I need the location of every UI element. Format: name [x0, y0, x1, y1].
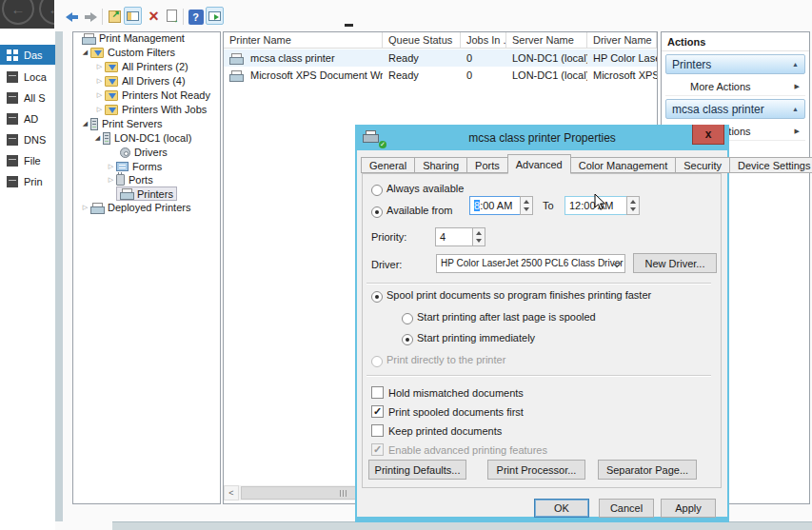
tree-item-deployed-printers[interactable]: Deployed Printers [80, 201, 190, 214]
column-header-queue-status[interactable]: Queue Status [383, 32, 461, 49]
more-actions-printers[interactable]: More Actions [665, 77, 805, 96]
help-button[interactable] [187, 8, 205, 26]
tree-item-lon-dc1[interactable]: LON-DC1 (local) [92, 131, 191, 145]
column-header-printer-name[interactable]: Printer Name [224, 32, 383, 49]
sidebar-item-label: Das [24, 49, 43, 61]
tab-general[interactable]: General [361, 157, 415, 173]
expand-icon[interactable] [94, 106, 105, 113]
printing-defaults-button[interactable]: Printing Defaults... [368, 460, 466, 480]
tab-security[interactable]: Security [675, 157, 730, 173]
spin-up-icon[interactable] [524, 200, 529, 204]
sidebar-item-dashboard[interactable]: Das [0, 45, 55, 65]
spin-up-icon[interactable] [630, 200, 636, 204]
export-list-button[interactable] [163, 7, 181, 25]
sidebar-item-local-server[interactable]: Loca [0, 67, 55, 87]
available-from-label: Available from [386, 205, 453, 216]
available-from-time-input[interactable]: 8:00 AM [469, 196, 521, 215]
toolbar-separator [102, 9, 103, 25]
to-time-spinner[interactable] [626, 196, 640, 215]
up-one-level-button[interactable] [106, 8, 124, 26]
tree-item-printers[interactable]: Printers [116, 186, 177, 201]
delete-button[interactable] [145, 7, 163, 25]
actions-section-printers[interactable]: Printers [665, 54, 805, 74]
collapse-icon[interactable] [80, 49, 90, 56]
actions-section-mcsa-printer[interactable]: mcsa class printer [665, 99, 805, 119]
scroll-left-button[interactable] [224, 485, 239, 501]
tree-item-ports[interactable]: Ports [106, 173, 153, 186]
show-action-pane-button[interactable] [206, 7, 224, 25]
keep-printed-checkbox[interactable] [371, 424, 384, 437]
column-header-server-name[interactable]: Server Name [506, 32, 587, 49]
available-from-radio[interactable] [371, 206, 383, 218]
dialog-titlebar[interactable]: mcsa class printer Properties [355, 125, 729, 150]
sidebar-item-file-storage[interactable]: File [0, 150, 55, 170]
sidebar-item-ad-ds[interactable]: AD [0, 108, 55, 128]
apply-button[interactable]: Apply [661, 499, 716, 518]
tab-color-management[interactable]: Color Management [570, 157, 677, 173]
ok-button[interactable]: OK [534, 499, 589, 518]
sidebar-item-dns[interactable]: DNS [0, 129, 55, 149]
tree-item-printers-with-jobs[interactable]: Printers With Jobs [94, 103, 207, 116]
collapse-icon[interactable] [80, 120, 90, 128]
priority-input[interactable]: 4 [435, 227, 473, 246]
from-time-spinner[interactable] [520, 196, 533, 215]
filter-folder-icon [105, 76, 118, 87]
tree-item-drivers[interactable]: Drivers [120, 146, 168, 159]
tree-item-all-printers[interactable]: All Printers (2) [94, 60, 188, 73]
filter-folder-icon [105, 90, 118, 101]
printer-icon [229, 70, 243, 81]
sidebar-item-all-servers[interactable]: All S [0, 88, 55, 108]
collapse-icon[interactable] [92, 134, 103, 142]
expand-icon[interactable] [94, 91, 105, 99]
close-button[interactable] [692, 125, 724, 145]
back-circle-icon[interactable] [2, 0, 34, 25]
expand-icon[interactable] [106, 176, 116, 184]
tree-item-print-management[interactable]: Print Management [82, 31, 185, 45]
spin-down-icon[interactable] [476, 239, 482, 243]
divider [366, 283, 711, 285]
show-console-tree-button[interactable] [124, 7, 142, 25]
start-immediately-radio[interactable] [402, 334, 413, 345]
tree-item-all-drivers[interactable]: All Drivers (4) [94, 74, 186, 88]
tab-sharing[interactable]: Sharing [414, 157, 467, 173]
always-available-radio[interactable] [371, 185, 383, 196]
spin-down-icon[interactable] [630, 207, 636, 211]
forward-circle-icon[interactable] [39, 0, 54, 25]
tab-device-settings[interactable]: Device Settings [729, 157, 812, 173]
ready-check-icon [379, 141, 386, 148]
hold-mismatched-checkbox[interactable] [371, 386, 384, 399]
start-after-last-page-radio[interactable] [402, 313, 413, 324]
table-row-xps-writer[interactable]: Microsoft XPS Document Writer Ready 0 LO… [224, 67, 657, 84]
tree-item-print-servers[interactable]: Print Servers [80, 117, 163, 130]
expand-icon[interactable] [94, 77, 105, 85]
cancel-button[interactable]: Cancel [599, 499, 654, 518]
dialog-border [727, 125, 729, 522]
column-header-jobs-in[interactable]: Jobs In ... [461, 32, 506, 49]
priority-spinner[interactable] [472, 227, 485, 246]
tab-advanced[interactable]: Advanced [507, 154, 571, 174]
print-processor-button[interactable]: Print Processor... [487, 460, 585, 480]
spin-down-icon[interactable] [524, 207, 529, 211]
tree-item-printers-not-ready[interactable]: Printers Not Ready [94, 88, 210, 102]
column-header-driver-name[interactable]: Driver Name [587, 32, 657, 49]
priority-label: Priority: [371, 231, 406, 243]
sidebar-item-print-services[interactable]: Prin [0, 171, 55, 191]
tree-item-custom-filters[interactable]: Custom Filters [80, 46, 175, 59]
all-servers-icon [7, 92, 18, 104]
spin-up-icon[interactable] [476, 231, 482, 235]
forward-button[interactable] [82, 8, 100, 26]
new-driver-button[interactable]: New Driver... [633, 253, 717, 273]
column-header-label: Jobs In ... [466, 34, 506, 46]
expand-icon[interactable] [80, 204, 90, 211]
print-spooled-first-checkbox[interactable] [371, 405, 384, 418]
separator-page-button[interactable]: Separator Page... [598, 460, 697, 480]
ad-ds-icon [7, 113, 18, 125]
table-row-mcsa-class-printer[interactable]: mcsa class printer Ready 0 LON-DC1 (loca… [224, 49, 657, 67]
tree-item-forms[interactable]: Forms [106, 160, 162, 173]
spool-documents-radio[interactable] [371, 291, 383, 303]
driver-dropdown[interactable]: HP Color LaserJet 2500 PCL6 Class Driver [436, 254, 625, 273]
expand-icon[interactable] [106, 163, 116, 170]
expand-icon[interactable] [94, 63, 105, 70]
tab-ports[interactable]: Ports [466, 157, 508, 173]
back-button[interactable] [63, 8, 81, 26]
